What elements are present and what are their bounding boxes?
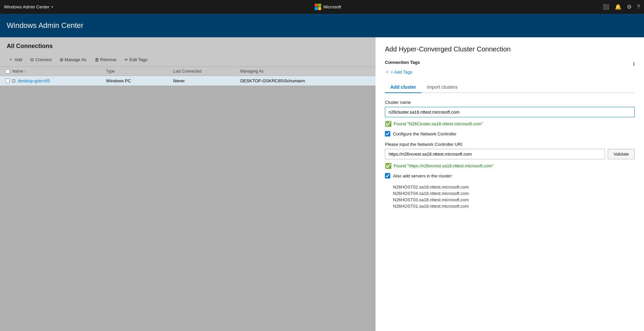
manage-icon: ⊞ — [60, 57, 63, 62]
server-item: N26HOST04.sa18.nttest.microsoft.com — [393, 190, 635, 197]
microsoft-logo — [315, 4, 321, 10]
found-uri-icon: ✅ — [385, 163, 392, 169]
add-icon: ＋ — [9, 56, 13, 63]
connect-icon: ⊟ — [30, 57, 34, 62]
connect-label: Connect — [35, 57, 51, 62]
also-add-servers-label: Also add servers in the cluster: — [393, 173, 453, 178]
validate-button[interactable]: Validate — [608, 149, 635, 159]
col-name: Name ↑ — [5, 69, 106, 74]
topbar: Windows Admin Center ▾ Microsoft ⬛ 🔔 ⚙ ? — [0, 0, 644, 14]
right-panel: Add Hyper-Converged Cluster Connection C… — [376, 37, 644, 331]
logo-yellow — [318, 7, 321, 10]
tabs: Add cluster Import clusters — [385, 82, 635, 93]
add-tags-button[interactable]: ＋ + Add Tags — [385, 68, 412, 76]
connection-tags-label: Connection Tags — [385, 60, 420, 65]
connection-tags-row: Connection Tags ℹ — [385, 60, 635, 68]
found-cluster-icon: ✅ — [385, 121, 392, 127]
row-last-connected: Never — [173, 78, 240, 83]
configure-network-controller-row: Configure the Network Controller — [385, 131, 635, 136]
logo-red — [315, 4, 318, 7]
edit-tags-label: Edit Tags — [130, 57, 147, 62]
add-tags-plus-icon: ＋ — [385, 69, 389, 75]
row-type: Windows PC — [106, 78, 173, 83]
remove-label: Remove — [100, 57, 116, 62]
table-row: ⊡ desktop-gskrc65 Windows PC Never DESKT… — [0, 76, 376, 86]
info-icon[interactable]: ℹ — [633, 61, 635, 67]
add-button[interactable]: ＋ Add — [5, 55, 26, 64]
topbar-title: Windows Admin Center — [4, 4, 49, 9]
topbar-right: ⬛ 🔔 ⚙ ? — [603, 4, 640, 10]
network-controller-uri-label: Please input the Network Controller URI — [385, 142, 635, 147]
remove-button[interactable]: 🗑 Remove — [91, 56, 120, 64]
manage-as-label: Manage As — [65, 57, 87, 62]
topbar-chevron-icon[interactable]: ▾ — [51, 5, 53, 9]
left-panel: All Connections ＋ Add ⊟ Connect ⊞ Manage… — [0, 37, 376, 331]
also-add-servers-checkbox[interactable] — [385, 173, 390, 178]
all-connections-title: All Connections — [7, 43, 53, 49]
remove-icon: 🗑 — [95, 57, 99, 62]
pc-icon: ⊡ — [12, 78, 16, 83]
edit-tags-button[interactable]: ✏ Edit Tags — [121, 56, 151, 64]
logo-green — [318, 4, 321, 7]
col-managing-as: Managing As — [240, 69, 370, 74]
all-connections-header: All Connections — [0, 37, 376, 52]
found-uri-text: Found "https://n26ncrest.sa18.nttest.mic… — [394, 163, 494, 168]
help-icon[interactable]: ? — [637, 4, 640, 10]
connect-button[interactable]: ⊟ Connect — [27, 56, 55, 64]
network-controller-uri-input[interactable] — [385, 149, 605, 159]
topbar-brand: Microsoft — [324, 4, 341, 9]
monitor-icon[interactable]: ⬛ — [603, 4, 609, 10]
header-bar: Windows Admin Center — [0, 14, 644, 37]
row-checkbox[interactable] — [5, 79, 10, 83]
server-list: N26HOST02.sa18.nttest.microsoft.com N26H… — [393, 184, 635, 209]
row-name-cell: ⊡ desktop-gskrc65 — [5, 78, 106, 83]
toolbar: ＋ Add ⊟ Connect ⊞ Manage As 🗑 Remove ✏ E… — [0, 52, 376, 67]
server-item: N26HOST02.sa18.nttest.microsoft.com — [393, 184, 635, 190]
add-label: Add — [14, 57, 22, 62]
col-type: Type — [106, 69, 173, 74]
col-name-label: Name ↑ — [12, 69, 26, 74]
found-cluster-text: Found "N26Cluster.sa18.nttest.microsoft.… — [394, 121, 483, 126]
found-cluster-message: ✅ Found "N26Cluster.sa18.nttest.microsof… — [385, 121, 635, 127]
uri-row: Validate — [385, 149, 635, 159]
table-header: Name ↑ Type Last Connected Managing As — [0, 67, 376, 76]
edit-icon: ✏ — [125, 57, 128, 62]
row-managing-as: DESKTOP-GSKRC65\Schumann — [240, 78, 370, 83]
cluster-name-label: Cluster name — [385, 100, 635, 105]
configure-nc-label: Configure the Network Controller — [393, 131, 456, 136]
logo-blue — [315, 7, 318, 10]
topbar-left: Windows Admin Center ▾ — [4, 4, 53, 9]
found-uri-message: ✅ Found "https://n26ncrest.sa18.nttest.m… — [385, 163, 635, 169]
row-name-link[interactable]: desktop-gskrc65 — [18, 78, 50, 83]
select-all-checkbox[interactable] — [5, 69, 10, 74]
bell-icon[interactable]: 🔔 — [615, 4, 622, 10]
manage-as-button[interactable]: ⊞ Manage As — [56, 56, 90, 64]
cluster-name-input[interactable] — [385, 107, 635, 117]
topbar-center: Microsoft — [315, 4, 341, 10]
app-title: Windows Admin Center — [7, 21, 84, 30]
also-add-servers-row: Also add servers in the cluster: — [385, 173, 635, 178]
tab-add-cluster[interactable]: Add cluster — [385, 82, 422, 93]
main-layout: All Connections ＋ Add ⊟ Connect ⊞ Manage… — [0, 37, 644, 331]
col-last-connected: Last Connected — [173, 69, 240, 74]
server-item: N26HOST01.sa18.nttest.microsoft.com — [393, 203, 635, 209]
tab-import-clusters[interactable]: Import clusters — [422, 82, 463, 93]
panel-title: Add Hyper-Converged Cluster Connection — [385, 45, 635, 53]
gear-icon[interactable]: ⚙ — [627, 4, 632, 10]
server-item: N26HOST03.sa18.nttest.microsoft.com — [393, 197, 635, 203]
configure-nc-checkbox[interactable] — [385, 131, 390, 136]
add-tags-label: + Add Tags — [391, 70, 412, 75]
